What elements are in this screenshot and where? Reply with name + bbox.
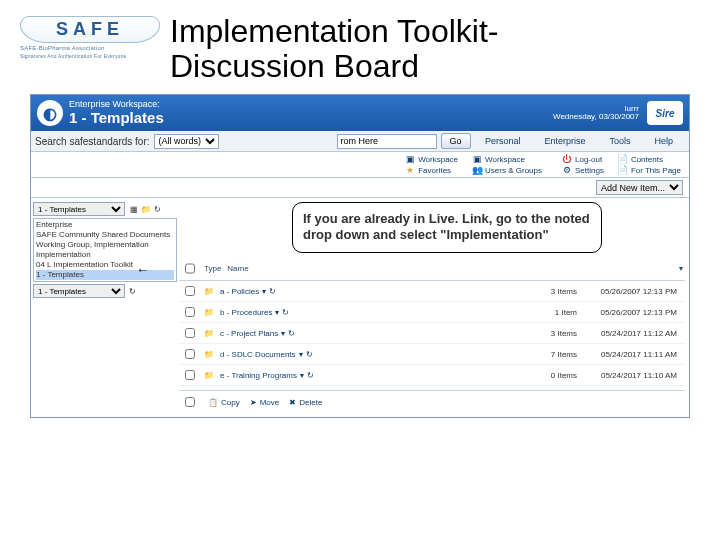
move-icon: ➤: [250, 398, 257, 407]
folder-icon[interactable]: 📁: [141, 205, 151, 214]
refresh-icon[interactable]: ↻: [129, 287, 136, 296]
tree-item[interactable]: Enterprise: [36, 220, 174, 230]
refresh-icon[interactable]: ↻: [306, 350, 313, 359]
tree-item[interactable]: SAFE Community Shared Documents: [36, 230, 174, 240]
logo-tagline: Signatures And Authentication For Everyo…: [20, 53, 160, 59]
row-checkbox[interactable]: [185, 307, 195, 317]
sidebar: 1 - Templates ▦ 📁 ↻ Enterprise SAFE Comm…: [31, 198, 179, 417]
fn-menu-icon[interactable]: ▾: [299, 350, 303, 359]
link-logout[interactable]: ⏻Log-out: [562, 154, 604, 164]
fn-menu-icon[interactable]: ▾: [275, 308, 279, 317]
fn-menu-icon[interactable]: ▾: [300, 371, 304, 380]
delete-icon: ✖: [289, 398, 296, 407]
current-date: Wednesday, 03/30/2007: [553, 113, 639, 122]
logout-icon: ⏻: [562, 154, 572, 164]
link-workspace-personal[interactable]: ▣Workspace: [405, 154, 458, 164]
link-settings[interactable]: ⚙Settings: [562, 165, 604, 175]
nav-tree[interactable]: Enterprise SAFE Community Shared Documen…: [33, 218, 177, 282]
action-bar: 📋Copy ➤Move ✖Delete: [179, 390, 685, 413]
page-title: Implementation Toolkit- Discussion Board: [170, 14, 498, 84]
refresh-icon[interactable]: ↻: [269, 287, 276, 296]
workspace-icon: ▣: [472, 154, 482, 164]
app-window: ◐ Enterprise Workspace: 1 - Templates lu…: [30, 94, 690, 418]
folder-icon: 📁: [204, 350, 214, 359]
workspace-icon: ▣: [405, 154, 415, 164]
folder-icon: 📁: [204, 308, 214, 317]
star-icon: ★: [405, 165, 415, 175]
app-logo-icon: ◐: [37, 100, 63, 126]
refresh-icon[interactable]: ↻: [154, 205, 161, 214]
search-input[interactable]: [337, 134, 437, 149]
refresh-icon[interactable]: ↻: [307, 371, 314, 380]
list-row[interactable]: 📁 a - Policies ▾ ↻ 3 Items 05/26/2007 12…: [179, 281, 685, 302]
sidebar-bottom-select[interactable]: 1 - Templates: [33, 284, 125, 298]
delete-button[interactable]: ✖Delete: [289, 398, 322, 407]
copy-button[interactable]: 📋Copy: [208, 398, 240, 407]
copy-icon: 📋: [208, 398, 218, 407]
pointer-arrow-icon: ←: [136, 262, 149, 278]
doc-icon: 📄: [618, 154, 628, 164]
tree-item[interactable]: 04 L Implementation Toolkit: [36, 260, 174, 270]
col-name[interactable]: Name: [227, 264, 248, 273]
search-label: Search safestandards for:: [35, 136, 150, 147]
nav-icon[interactable]: ▦: [130, 205, 138, 214]
fn-menu-icon[interactable]: ▾: [262, 287, 266, 296]
row-checkbox[interactable]: [185, 349, 195, 359]
product-logo: Sire: [647, 101, 683, 125]
row-checkbox[interactable]: [185, 370, 195, 380]
menu-enterprise[interactable]: Enterprise: [532, 134, 597, 148]
logo-subtitle: SAFE-BioPharma Association: [20, 45, 160, 51]
list-row[interactable]: 📁 d - SDLC Documents ▾ ↻ 7 Items 05/24/2…: [179, 344, 685, 365]
menu-help[interactable]: Help: [642, 134, 685, 148]
link-favorites[interactable]: ★Favorites: [405, 165, 458, 175]
menu-personal[interactable]: Personal: [473, 134, 533, 148]
list-row[interactable]: 📁 e - Training Programs ▾ ↻ 0 Items 05/2…: [179, 365, 685, 386]
move-button[interactable]: ➤Move: [250, 398, 280, 407]
link-for-this-page[interactable]: 📄For This Page: [618, 165, 681, 175]
instruction-callout: If you are already in Live. Link, go to …: [292, 202, 602, 253]
select-all-bottom[interactable]: [185, 397, 195, 407]
refresh-icon[interactable]: ↻: [288, 329, 295, 338]
top-menu: Personal Enterprise Tools Help: [473, 134, 685, 148]
doc-icon: 📄: [618, 165, 628, 175]
select-all-checkbox[interactable]: [185, 262, 195, 275]
workspace-title: 1 - Templates: [69, 110, 164, 127]
menu-tools[interactable]: Tools: [597, 134, 642, 148]
search-scope-select[interactable]: (All words): [154, 134, 219, 149]
folder-icon: 📁: [204, 371, 214, 380]
tree-item[interactable]: Implementation: [36, 250, 174, 260]
add-new-item-select[interactable]: Add New Item...: [596, 180, 683, 195]
row-checkbox[interactable]: [185, 286, 195, 296]
users-icon: 👥: [472, 165, 482, 175]
sidebar-top-select[interactable]: 1 - Templates: [33, 202, 125, 216]
logo-text: SAFE: [31, 19, 149, 40]
list-header: Type Name ▾: [179, 257, 685, 281]
folder-icon: 📁: [204, 329, 214, 338]
gear-icon: ⚙: [562, 165, 572, 175]
row-checkbox[interactable]: [185, 328, 195, 338]
link-contents[interactable]: 📄Contents: [618, 154, 681, 164]
list-row[interactable]: 📁 b - Procedures ▾ ↻ 1 Item 05/26/2007 1…: [179, 302, 685, 323]
link-users-groups[interactable]: 👥Users & Groups: [472, 165, 542, 175]
tree-item[interactable]: Working Group, Implementation: [36, 240, 174, 250]
safe-logo: SAFE SAFE-BioPharma Association Signatur…: [20, 16, 160, 59]
tree-item-selected[interactable]: 1 - Templates: [36, 270, 174, 280]
refresh-icon[interactable]: ↻: [282, 308, 289, 317]
fn-menu-icon[interactable]: ▾: [281, 329, 285, 338]
folder-icon: 📁: [204, 287, 214, 296]
link-workspace-ent[interactable]: ▣Workspace: [472, 154, 542, 164]
list-row[interactable]: 📁 c - Project Plans ▾ ↻ 3 Items 05/24/20…: [179, 323, 685, 344]
col-type[interactable]: Type: [204, 264, 221, 273]
app-banner: ◐ Enterprise Workspace: 1 - Templates lu…: [31, 95, 689, 131]
search-go-button[interactable]: Go: [441, 133, 471, 149]
